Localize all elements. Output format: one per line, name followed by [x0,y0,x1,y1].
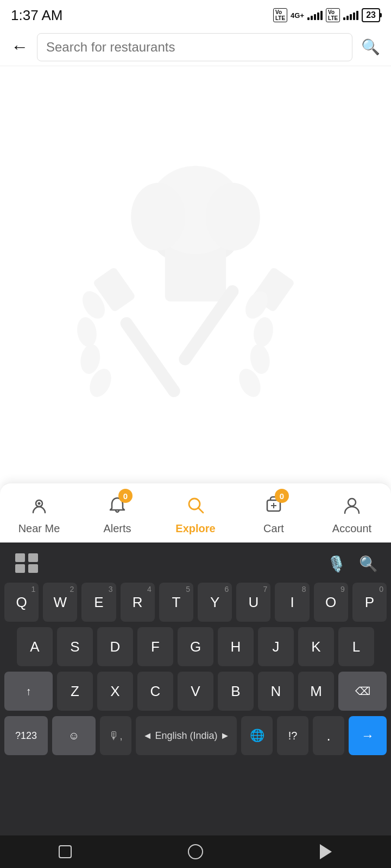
account-label: Account [332,522,371,535]
near-me-label: Near Me [18,522,60,535]
cart-icon-wrap: 0 [260,491,288,519]
recents-icon [59,845,72,858]
key-K[interactable]: K [298,627,334,666]
search-input[interactable] [46,40,343,55]
home-button[interactable] [185,841,206,863]
key-C[interactable]: C [137,672,173,711]
svg-point-3 [131,183,185,251]
keyboard-rows: 1Q 2W 3E 4R 5T 6Y 7U 8I 9O 0P A S D F G … [0,583,391,755]
chef-illustration [60,129,331,400]
key-space[interactable]: ◄ English (India) ► [136,716,237,755]
back-icon [320,844,332,859]
key-N[interactable]: N [258,672,294,711]
key-I[interactable]: 8I [275,583,309,622]
key-W[interactable]: 2W [43,583,77,622]
svg-point-4 [206,183,260,251]
key-Z[interactable]: Z [57,672,93,711]
key-excl[interactable]: !? [277,716,308,755]
key-V[interactable]: V [178,672,213,711]
home-icon [188,844,203,859]
key-Q[interactable]: 1Q [4,583,39,622]
system-nav [0,835,391,868]
recents-button[interactable] [54,841,76,863]
svg-point-18 [38,502,41,505]
back-sys-button[interactable] [315,841,337,863]
nav-alerts[interactable]: 0 Alerts [90,491,144,535]
key-F[interactable]: F [137,627,173,666]
keyboard-row-3: ↑ Z X C V B N M ⌫ [4,672,387,711]
svg-rect-28 [28,564,38,573]
keyboard-grid-icon[interactable] [13,551,47,576]
cart-label: Cart [263,522,284,535]
key-enter[interactable]: → [349,716,387,755]
main-content [0,66,391,462]
key-T[interactable]: 5T [159,583,193,622]
key-P[interactable]: 0P [352,583,387,622]
key-period[interactable]: . [313,716,344,755]
key-globe[interactable]: 🌐 [241,716,273,755]
account-icon [342,495,362,515]
svg-rect-26 [28,553,38,562]
volte-lte-icon2: VoLTE [326,8,340,22]
svg-rect-25 [15,553,25,562]
search-toolbar-icon[interactable]: 🔍 [359,555,378,573]
key-J[interactable]: J [258,627,294,666]
key-R[interactable]: 4R [121,583,155,622]
status-icons: VoLTE 4G+ VoLTE 23 [273,8,380,22]
key-D[interactable]: D [97,627,133,666]
key-X[interactable]: X [97,672,133,711]
key-S[interactable]: S [57,627,93,666]
keyboard: 🎙️ 🔍 1Q 2W 3E 4R 5T 6Y 7U 8I 9O 0P A S D… [0,542,391,835]
key-M[interactable]: M [298,672,334,711]
key-H[interactable]: H [218,627,254,666]
alerts-badge: 0 [118,489,133,503]
svg-rect-27 [15,564,25,573]
keyboard-row-4: ?123 ☺ 🎙, ◄ English (India) ► 🌐 !? . → [4,716,387,755]
keyboard-toolbar: 🎙️ 🔍 [0,547,391,583]
signal-bars-2 [343,10,358,20]
key-A[interactable]: A [17,627,53,666]
key-U[interactable]: 7U [236,583,270,622]
near-me-icon-wrap [25,491,53,519]
nav-account[interactable]: Account [325,491,379,535]
account-icon-wrap [338,491,366,519]
search-bar[interactable] [37,33,352,61]
svg-rect-5 [118,315,182,399]
svg-line-20 [198,508,203,513]
key-L[interactable]: L [338,627,374,666]
battery-indicator: 23 [362,8,380,22]
nav-cart[interactable]: 0 Cart [247,491,301,535]
keyboard-row-2: A S D F G H J K L [4,627,387,666]
grid-icon [13,551,41,574]
volte-lte-icon1: VoLTE [273,8,287,22]
key-backspace[interactable]: ⌫ [338,672,387,711]
svg-point-15 [248,343,272,375]
svg-point-24 [348,499,356,506]
key-Y[interactable]: 6Y [198,583,232,622]
signal-bars-1 [307,10,323,20]
status-time: 1:37 AM [11,7,62,24]
key-O[interactable]: 9O [314,583,348,622]
alerts-label: Alerts [103,522,131,535]
nav-near-me[interactable]: Near Me [12,491,66,535]
mic-toolbar-icon[interactable]: 🎙️ [327,555,346,573]
key-mic-comma[interactable]: 🎙, [100,716,131,755]
key-B[interactable]: B [218,672,254,711]
back-button[interactable]: ← [11,37,28,57]
key-emoji[interactable]: ☺ [52,716,96,755]
key-num-switch[interactable]: ?123 [4,716,48,755]
keyboard-row-1: 1Q 2W 3E 4R 5T 6Y 7U 8I 9O 0P [4,583,387,622]
keyboard-toolbar-right: 🎙️ 🔍 [327,555,378,573]
svg-point-11 [78,343,102,375]
nav-explore[interactable]: Explore [168,491,223,535]
key-shift[interactable]: ↑ [4,672,53,711]
key-G[interactable]: G [178,627,213,666]
bottom-nav: Near Me 0 Alerts Explore [0,483,391,542]
key-E[interactable]: 3E [81,583,116,622]
near-me-icon [29,495,49,515]
search-header: ← 🔍 [0,28,391,66]
search-icon[interactable]: 🔍 [361,38,380,56]
4g-label: 4G+ [291,11,304,20]
alerts-icon-wrap: 0 [103,491,131,519]
svg-point-10 [75,316,99,348]
